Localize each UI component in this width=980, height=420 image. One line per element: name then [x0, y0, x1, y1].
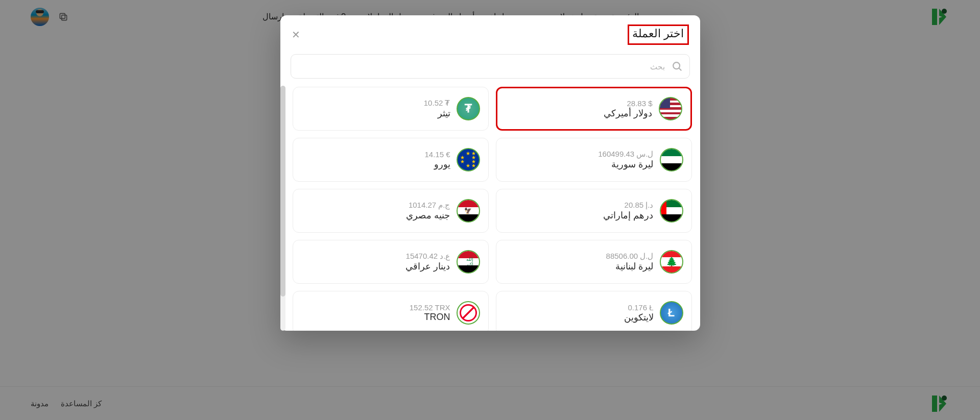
svg-point-4 — [673, 62, 680, 69]
flag-icon-lbp: 🌲 — [660, 250, 683, 274]
currency-name: لايتكوين — [624, 312, 654, 323]
currency-card-trx[interactable]: 152.52 TRXTRON — [293, 291, 489, 331]
flag-icon-aed — [660, 199, 683, 223]
currency-picker-modal: اختر العملة ✕ 28.83 $دولار أميركي10.52 ₮… — [280, 15, 700, 331]
currency-amount: 152.52 TRX — [410, 303, 450, 312]
currency-name: دولار أميركي — [604, 108, 652, 119]
currency-card-egp[interactable]: 🦅1014.27 ج.مجنيه مصري — [293, 189, 489, 233]
currency-name: ليرة لبنانية — [615, 261, 653, 272]
search-field-wrap — [291, 54, 690, 79]
currency-card-us[interactable]: 28.83 $دولار أميركي — [496, 87, 692, 131]
currency-card-usdt[interactable]: 10.52 ₮تيثر — [293, 87, 489, 131]
search-icon — [672, 61, 683, 72]
flag-icon-usdt — [457, 97, 480, 120]
currency-card-lbp[interactable]: 🌲88506.00 ل.لليرة لبنانية — [496, 240, 692, 284]
currency-amount: 160499.43 ل.س — [598, 150, 653, 159]
flag-icon-iqd: الله أكبر — [457, 250, 480, 274]
currency-card-aed[interactable]: 20.85 د.إدرهم إماراتي — [496, 189, 692, 233]
currency-amount: 14.15 € — [424, 150, 450, 159]
currency-card-eur[interactable]: 14.15 €يورو — [293, 138, 489, 182]
currency-name: دينار عراقي — [405, 261, 450, 272]
flag-icon-trx — [457, 301, 480, 325]
currency-amount: 28.83 $ — [627, 99, 652, 108]
scrollbar[interactable] — [280, 86, 285, 331]
currency-name: تيثر — [438, 108, 450, 119]
flag-icon-us — [659, 97, 682, 120]
currency-amount: 15470.42 ع.د — [406, 252, 450, 261]
flag-icon-syp — [660, 148, 683, 171]
currency-grid: 28.83 $دولار أميركي10.52 ₮تيثر160499.43 … — [285, 86, 700, 331]
modal-title: اختر العملة — [628, 24, 688, 45]
currency-name: ليرة سورية — [611, 159, 653, 170]
search-input[interactable] — [291, 54, 690, 79]
currency-name: يورو — [434, 159, 450, 170]
currency-amount: 10.52 ₮ — [424, 98, 450, 108]
currency-card-iqd[interactable]: الله أكبر15470.42 ع.ددينار عراقي — [293, 240, 489, 284]
currency-name: جنيه مصري — [406, 210, 450, 221]
currency-card-syp[interactable]: 160499.43 ل.سليرة سورية — [496, 138, 692, 182]
currency-name: TRON — [424, 312, 450, 323]
currency-amount: 20.85 د.إ — [625, 201, 654, 210]
flag-icon-ltc — [660, 301, 683, 325]
currency-amount: 88506.00 ل.ل — [606, 252, 654, 261]
currency-name: درهم إماراتي — [603, 210, 653, 221]
currency-card-ltc[interactable]: 0.176 Łلايتكوين — [496, 291, 692, 331]
close-icon[interactable]: ✕ — [292, 29, 300, 41]
currency-amount: 1014.27 ج.م — [409, 201, 450, 210]
flag-icon-eur — [457, 148, 480, 171]
flag-icon-egp: 🦅 — [457, 199, 480, 223]
svg-line-5 — [679, 68, 681, 71]
currency-amount: 0.176 Ł — [628, 303, 653, 312]
